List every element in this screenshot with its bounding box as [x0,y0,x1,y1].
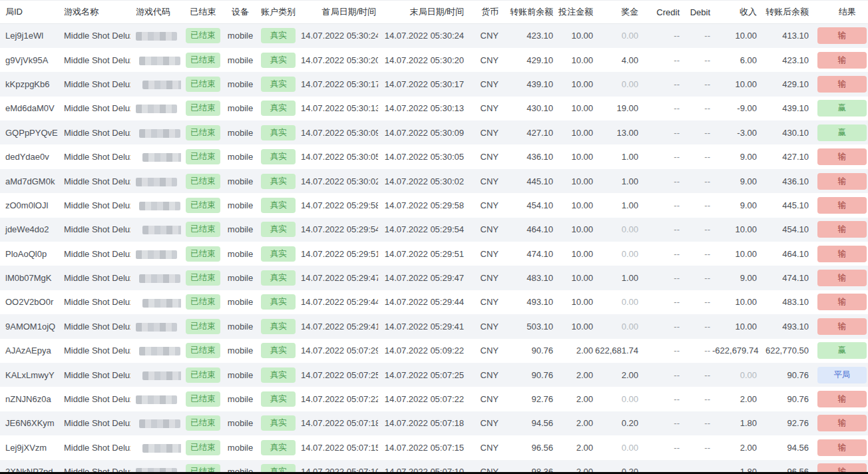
cell-last: 14.07.2022 05:07:15 [378,435,466,459]
table-row[interactable]: AJAzAEpyaMiddle Shot Deluxe已结束mobile真实14… [0,339,868,363]
cell-bet: 10.00 [555,169,595,193]
cell-debit: -- [682,24,712,48]
cell-currency: CNY [466,120,501,144]
finished-status-badge: 已结束 [186,391,220,407]
account-type-badge: 真实 [261,77,296,92]
column-header-device: 设备 [225,1,256,24]
column-header-bonus: 奖金 [595,1,640,24]
cell-credit: -- [640,387,682,411]
cell-bonus: 19.00 [595,97,640,120]
finished-status-badge: 已结束 [186,198,220,213]
account-type-badge: 真实 [261,270,296,286]
cell-income: -3.00 [712,120,759,144]
result-badge: 输 [817,294,867,310]
result-badge: 输 [817,246,867,262]
cell-credit: -- [640,363,682,387]
finished-status-badge: 已结束 [186,149,220,164]
result-badge: 赢 [817,342,867,359]
cell-bet: 10.00 [555,314,595,338]
result-badge: 输 [817,76,867,93]
cell-after: 445.10 [759,193,811,217]
redacted-game-code [139,347,180,356]
cell-after: 483.10 [759,290,811,314]
account-type-badge: 真实 [261,125,296,140]
cell-device: mobile [225,266,256,290]
cell-debit: -- [682,193,712,217]
table-row[interactable]: kKpzpgKb6Middle Shot Deluxe已结束mobile真实14… [0,72,868,96]
cell-game: Middle Shot Deluxe [59,290,130,314]
cell-bonus: 0.00 [595,387,640,411]
cell-currency: CNY [466,218,501,242]
account-type-badge: 真实 [261,391,296,407]
table-row[interactable]: Lej9j1eWlMiddle Shot Deluxe已结束mobile真实14… [0,24,868,48]
table-row[interactable]: KALxLmwyYMiddle Shot Deluxe已结束mobile真实14… [0,363,868,387]
table-row[interactable]: 9AMOM1ojQMiddle Shot Deluxe已结束mobile真实14… [0,314,868,338]
cell-currency: CNY [466,411,501,435]
cell-bet: 10.00 [555,290,595,314]
redacted-game-code [142,153,181,162]
cell-game: Middle Shot Deluxe [59,387,130,411]
cell-last: 14.07.2022 05:07:25 [378,363,466,387]
cell-debit: -- [682,266,712,290]
table-row[interactable]: GQPpPYQvEMiddle Shot Deluxe已结束mobile真实14… [0,120,868,144]
redacted-game-code [136,323,177,332]
account-type-badge: 真实 [261,222,296,237]
cell-first: 14.07.2022 05:07:22 [301,387,378,411]
cell-bet: 2.00 [555,339,595,363]
cell-debit: -- [682,97,712,120]
cell-first: 14.07.2022 05:07:15 [301,435,378,459]
cell-game: Middle Shot Deluxe [59,193,130,217]
cell-before: 92.76 [501,387,555,411]
account-type-badge: 真实 [261,28,296,43]
table-row[interactable]: dedYdae0vMiddle Shot Deluxe已结束mobile真实14… [0,144,868,168]
cell-id: KALxLmwyY [0,363,59,387]
result-badge: 输 [817,221,867,238]
table-row[interactable]: g9VjVk95AMiddle Shot Deluxe已结束mobile真实14… [0,48,868,72]
cell-before: 94.56 [501,411,555,435]
cell-before: 503.10 [501,314,555,338]
table-row[interactable]: zO0m0lOJlMiddle Shot Deluxe已结束mobile真实14… [0,193,868,217]
table-row[interactable]: jdeWe4do2Middle Shot Deluxe已结束mobile真实14… [0,218,868,242]
cell-bonus: 0.20 [595,411,640,435]
cell-credit: -- [640,97,682,120]
table-row[interactable]: aMd7dGM0kMiddle Shot Deluxe已结束mobile真实14… [0,169,868,193]
cell-game: Middle Shot Deluxe [59,97,130,120]
cell-bonus: 1.00 [595,193,640,217]
table-row[interactable]: OO2V2bO0rMiddle Shot Deluxe已结束mobile真实14… [0,290,868,314]
cell-bonus: 0.00 [595,314,640,338]
cell-last: 14.07.2022 05:30:02 [378,169,466,193]
table-row[interactable]: PloAoQl0pMiddle Shot Deluxe已结束mobile真实14… [0,242,868,266]
cell-income: 10.00 [712,314,759,338]
column-header-account: 账户类别 [256,1,301,24]
table-row[interactable]: eMd6daM0VMiddle Shot Deluxe已结束mobile真实14… [0,97,868,120]
cell-before: 429.10 [501,48,555,72]
cell-device: mobile [225,363,256,387]
cell-after: 423.10 [759,48,811,72]
cell-device: mobile [225,290,256,314]
finished-status-badge: 已结束 [186,440,220,455]
redacted-game-code [142,299,181,308]
cell-debit: -- [682,411,712,435]
cell-first: 14.07.2022 05:29:58 [301,193,378,217]
cell-first: 14.07.2022 05:29:51 [301,242,378,266]
cell-credit: -- [640,144,682,168]
table-row[interactable]: JE6N6XKymMiddle Shot Deluxe已结束mobile真实14… [0,411,868,435]
cell-first: 14.07.2022 05:29:47 [301,266,378,290]
column-header-game: 游戏名称 [59,1,130,24]
cell-credit: -- [640,242,682,266]
cell-credit: -- [640,24,682,48]
cell-currency: CNY [466,387,501,411]
cell-id: g9VjVk95A [0,48,59,72]
cell-after: 92.76 [759,411,811,435]
table-row[interactable]: nZNJN6z0aMiddle Shot Deluxe已结束mobile真实14… [0,387,868,411]
cell-before: 430.10 [501,97,555,120]
cell-bonus: 13.00 [595,120,640,144]
table-row[interactable]: lM0b07MgKMiddle Shot Deluxe已结束mobile真实14… [0,266,868,290]
result-badge: 输 [817,27,867,44]
column-header-income: 收入 [712,1,759,24]
finished-status-badge: 已结束 [186,246,220,262]
table-row[interactable]: Lej9jXVzmMiddle Shot Deluxe已结束mobile真实14… [0,435,868,459]
cell-debit: -- [682,363,712,387]
column-header-before: 转账前余额 [501,1,555,24]
cell-income: 2.00 [712,387,759,411]
